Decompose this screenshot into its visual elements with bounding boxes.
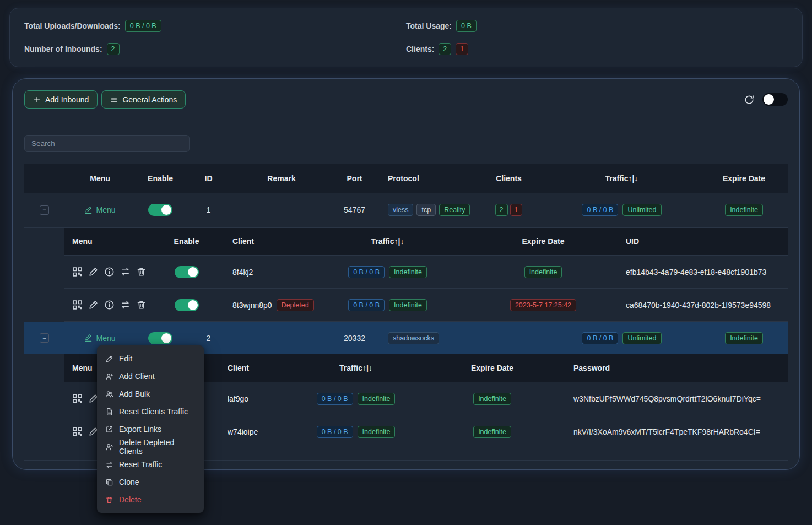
stats-card: Total Uploads/Downloads: 0 B / 0 B Numbe… [9,8,803,67]
protocol-tag: vless [388,204,413,216]
copy-icon [105,478,113,486]
header-protocol: Protocol [378,174,474,183]
client-traffic-badge: 0 B / 0 B [317,426,353,438]
client-password: nkV/I/3XoAm9v6xMT/T5lcrF4TpeTKF98rHARbRo… [565,427,788,436]
inbound-port: 54767 [331,205,378,214]
clients-depleted-badge: 1 [510,204,523,216]
menu-item-export-links[interactable]: Export Links [97,420,204,438]
client-row: 8f4kj2 0 B / 0 B Indefinite Indefinite e… [64,256,788,289]
inbound-menu-label: Menu [96,205,115,214]
client-name: w74ioipe [213,427,293,436]
info-icon[interactable] [104,300,115,310]
sub-header-traffic-sort[interactable]: Traffic↑|↓ [293,364,419,372]
delete-client-icon[interactable] [136,267,147,277]
general-actions-button[interactable]: General Actions [101,90,186,109]
reset-traffic-icon[interactable] [120,267,131,277]
info-icon[interactable] [104,267,115,277]
qrcode-icon[interactable] [72,267,83,277]
qrcode-icon[interactable] [72,300,83,310]
client-table-inbound-1: Menu Enable Client Traffic↑|↓ Expire Dat… [64,228,788,322]
edit-client-icon[interactable] [88,300,99,310]
menu-item-label: Delete [119,495,141,504]
inbound-enable-toggle[interactable] [148,204,172,216]
client-expire-badge: Indefinite [524,266,562,278]
inbound-context-menu: Edit Add Client Add Bulk Reset Clients T… [97,345,204,513]
client-traffic-badge: 0 B / 0 B [348,266,385,278]
client-traffic-badge: 0 B / 0 B [348,299,385,311]
stat-total-usage: Total Usage: 0 B [406,19,788,33]
client-expire-badge: 2023-5-7 17:25:42 [510,299,576,311]
menu-item-reset-clients-traffic[interactable]: Reset Clients Traffic [97,403,204,420]
menu-item-label: Reset Traffic [119,460,162,469]
traffic-badge: 0 B / 0 B [582,332,618,344]
client-name: 8t3wjnn8p0 [232,301,272,310]
client-traffic-limit-badge: Indefinite [389,299,427,311]
header-remark: Remark [232,174,331,183]
traffic-limit-badge: Unlimited [622,204,661,216]
toolbar: Add Inbound General Actions [24,90,788,109]
inbound-row-1: − Menu 1 54767 vless tcp Reality 2 1 0 [24,193,788,228]
clients-count-badge: 2 [495,204,508,216]
client-uid: efb14b43-4a79-4e83-ef18-e48cf1901b73 [618,268,788,277]
menu-item-delete-depleted-clients[interactable]: Delete Depleted Clients [97,438,204,456]
clients-label: Clients: [406,45,434,53]
theme-toggle-knob [764,94,774,105]
theme-toggle[interactable] [762,93,788,106]
menu-item-add-bulk[interactable]: Add Bulk [97,385,204,403]
client-uid: ca68470b-1940-437d-802b-1f9573e94598 [618,301,788,310]
total-usage-value: 0 B [456,20,477,32]
inbound-menu-button[interactable]: Menu [84,205,115,214]
menu-item-label: Clone [119,478,139,486]
stat-number-of-inbounds: Number of Inbounds: 2 [24,42,406,56]
edit-client-icon[interactable] [88,267,99,277]
collapse-row-button[interactable]: − [40,333,49,343]
plus-icon [33,96,41,104]
menu-item-label: Add Client [119,372,155,381]
users-icon [105,390,113,398]
uploads-downloads-value: 0 B / 0 B [125,20,161,32]
qrcode-icon[interactable] [72,393,83,404]
expire-badge: Indefinite [725,332,763,344]
sub-header-traffic-sort[interactable]: Traffic↑|↓ [306,237,469,246]
sub-header-expire: Expire Date [419,364,565,372]
sub-header-expire: Expire Date [469,237,618,246]
inbound-port: 20332 [331,334,378,343]
client-password: w3NfbzUPf5WWd745Q8pvsmQrdrttT2lO6knuI7Di… [565,394,788,403]
menu-item-edit[interactable]: Edit [97,350,204,367]
inbound-id: 1 [185,205,232,214]
add-inbound-button[interactable]: Add Inbound [24,90,98,109]
menu-item-reset-traffic[interactable]: Reset Traffic [97,456,204,473]
header-id: ID [185,174,232,183]
menu-item-clone[interactable]: Clone [97,473,204,491]
client-enable-toggle[interactable] [175,299,199,311]
menu-item-label: Reset Clients Traffic [119,407,188,416]
inbound-enable-toggle[interactable] [148,332,172,344]
sub-header-client: Client [213,237,306,246]
sub-header-password: Password [565,364,788,372]
inbound-menu-label: Menu [96,334,115,343]
stats-right-column: Total Usage: 0 B Clients: 2 1 [406,19,788,56]
qrcode-icon[interactable] [72,426,83,437]
swap-arrows-icon [105,461,113,469]
trash-icon [105,496,113,504]
header-enable: Enable [136,174,185,183]
inbound-id: 2 [185,334,232,343]
inbounds-count-value: 2 [107,43,120,55]
edit-icon [84,334,93,342]
header-traffic-sort[interactable]: Traffic↑|↓ [543,174,700,183]
menu-item-delete[interactable]: Delete [97,491,204,508]
collapse-row-button[interactable]: − [40,205,49,215]
stat-uploads-downloads: Total Uploads/Downloads: 0 B / 0 B [24,19,406,33]
reset-traffic-icon[interactable] [120,300,131,310]
inbounds-table-header: Menu Enable ID Remark Port Protocol Clie… [24,164,788,193]
user-x-icon [105,443,113,451]
delete-client-icon[interactable] [136,300,147,310]
inbound-menu-button[interactable]: Menu [84,334,115,343]
client-expire-badge: Indefinite [473,393,511,405]
stat-clients: Clients: 2 1 [406,42,788,56]
client-enable-toggle[interactable] [175,266,199,278]
search-input[interactable] [24,135,190,152]
refresh-icon[interactable] [744,94,755,105]
menu-item-add-client[interactable]: Add Client [97,367,204,385]
header-expire-date: Expire Date [700,174,788,183]
